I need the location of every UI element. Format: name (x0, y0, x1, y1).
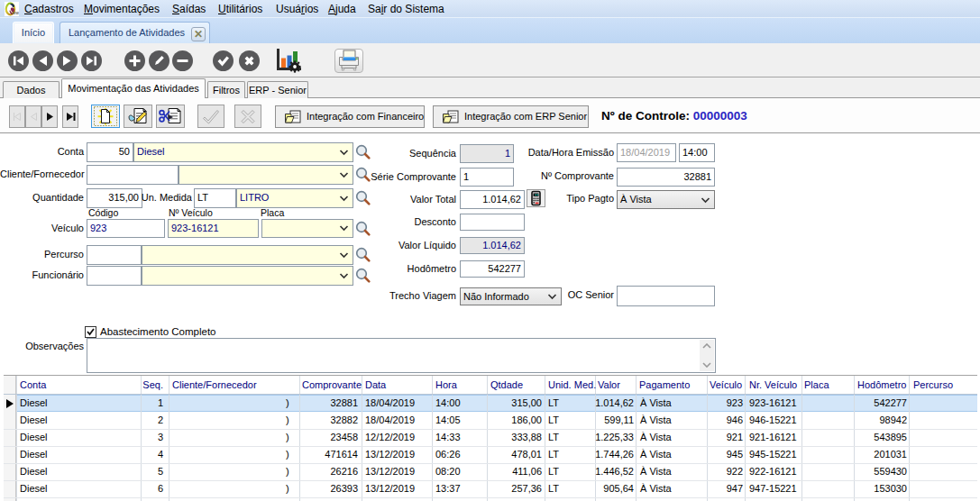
svg-text:ww: ww (13, 10, 19, 15)
